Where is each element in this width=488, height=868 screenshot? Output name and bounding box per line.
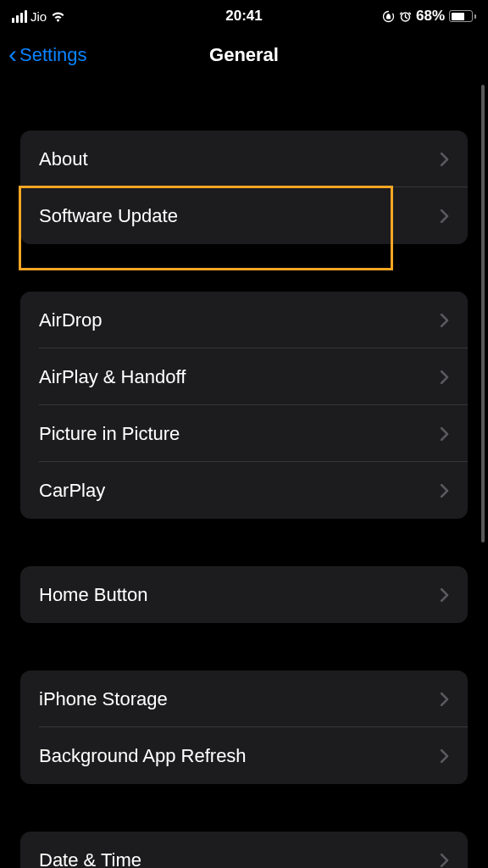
row-software-update[interactable]: Software Update xyxy=(20,187,468,244)
row-label: Date & Time xyxy=(39,849,141,869)
section-about: About Software Update xyxy=(20,131,468,244)
row-label: About xyxy=(39,148,88,170)
row-label: Background App Refresh xyxy=(39,745,247,767)
section-airdrop: AirDrop AirPlay & Handoff Picture in Pic… xyxy=(20,292,468,519)
row-background-app-refresh[interactable]: Background App Refresh xyxy=(20,727,468,784)
chevron-right-icon xyxy=(441,693,449,706)
row-picture-in-picture[interactable]: Picture in Picture xyxy=(20,405,468,462)
chevron-right-icon xyxy=(441,427,449,441)
status-time: 20:41 xyxy=(225,8,262,25)
chevron-right-icon xyxy=(441,749,449,763)
row-label: AirDrop xyxy=(39,309,103,331)
status-bar: Jio 20:41 68% xyxy=(0,0,488,32)
row-label: iPhone Storage xyxy=(39,688,168,710)
row-label: AirPlay & Handoff xyxy=(39,366,186,388)
row-airdrop[interactable]: AirDrop xyxy=(20,292,468,348)
chevron-right-icon xyxy=(441,209,449,223)
scrollbar[interactable] xyxy=(481,85,485,542)
row-carplay[interactable]: CarPlay xyxy=(20,462,468,519)
status-left: Jio xyxy=(12,9,66,24)
battery-percent: 68% xyxy=(416,8,445,25)
chevron-right-icon xyxy=(441,854,449,867)
nav-bar: ‹ Settings General xyxy=(0,32,488,78)
section-storage: iPhone Storage Background App Refresh xyxy=(20,670,468,784)
row-airplay-handoff[interactable]: AirPlay & Handoff xyxy=(20,348,468,405)
chevron-right-icon xyxy=(441,484,449,498)
chevron-right-icon xyxy=(441,370,449,384)
chevron-right-icon xyxy=(441,153,449,166)
carrier-label: Jio xyxy=(30,9,47,24)
back-button[interactable]: ‹ Settings xyxy=(8,43,87,67)
alarm-icon xyxy=(399,10,412,23)
chevron-left-icon: ‹ xyxy=(8,42,17,67)
content-area: About Software Update AirDrop AirPlay & … xyxy=(0,78,488,868)
row-about[interactable]: About xyxy=(20,131,468,187)
row-label: CarPlay xyxy=(39,480,105,502)
battery-icon xyxy=(449,10,476,22)
wifi-icon xyxy=(50,10,66,22)
orientation-lock-icon xyxy=(382,10,395,23)
row-date-time[interactable]: Date & Time xyxy=(20,832,468,868)
back-label: Settings xyxy=(19,44,87,66)
row-label: Home Button xyxy=(39,584,147,606)
row-iphone-storage[interactable]: iPhone Storage xyxy=(20,670,468,727)
status-right: 68% xyxy=(382,8,476,25)
chevron-right-icon xyxy=(441,588,449,602)
section-date-time: Date & Time xyxy=(20,832,468,868)
row-home-button[interactable]: Home Button xyxy=(20,566,468,623)
signal-strength-icon xyxy=(12,10,27,23)
row-label: Software Update xyxy=(39,205,178,227)
section-home-button: Home Button xyxy=(20,566,468,623)
chevron-right-icon xyxy=(441,314,449,327)
page-title: General xyxy=(209,44,279,66)
row-label: Picture in Picture xyxy=(39,423,180,445)
